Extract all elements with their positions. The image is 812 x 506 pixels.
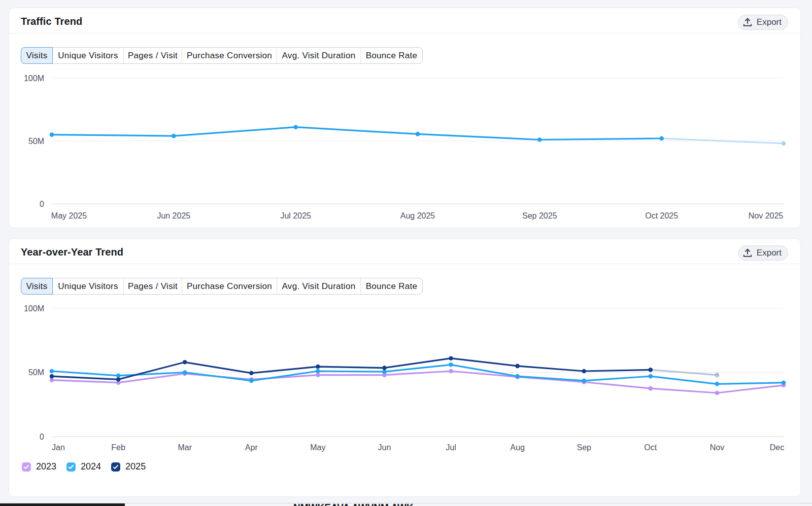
svg-text:May: May xyxy=(310,443,325,452)
svg-text:Nov: Nov xyxy=(710,443,724,452)
svg-text:Sep 2025: Sep 2025 xyxy=(522,211,557,220)
svg-text:Oct: Oct xyxy=(644,443,657,452)
svg-text:Oct 2025: Oct 2025 xyxy=(645,211,678,220)
svg-text:Dec: Dec xyxy=(770,443,784,452)
svg-text:Jul: Jul xyxy=(446,443,456,452)
svg-text:Aug: Aug xyxy=(510,443,524,452)
svg-text:Aug 2025: Aug 2025 xyxy=(400,211,435,220)
svg-text:100M: 100M xyxy=(24,74,44,83)
svg-text:0: 0 xyxy=(40,200,44,208)
svg-text:50M: 50M xyxy=(28,368,44,377)
svg-text:50M: 50M xyxy=(28,137,44,146)
svg-text:May 2025: May 2025 xyxy=(51,211,87,220)
svg-text:Mar: Mar xyxy=(178,443,192,452)
svg-text:0: 0 xyxy=(40,432,44,441)
svg-text:Apr: Apr xyxy=(245,443,258,452)
svg-text:Sep: Sep xyxy=(577,443,591,452)
svg-text:100M: 100M xyxy=(24,304,44,313)
svg-text:Nov 2025: Nov 2025 xyxy=(749,211,784,220)
svg-text:Jun 2025: Jun 2025 xyxy=(157,211,190,220)
svg-text:Jan: Jan xyxy=(52,443,65,452)
svg-text:Jul 2025: Jul 2025 xyxy=(280,211,311,220)
svg-text:Feb: Feb xyxy=(111,443,125,452)
svg-text:Jun: Jun xyxy=(378,443,391,452)
